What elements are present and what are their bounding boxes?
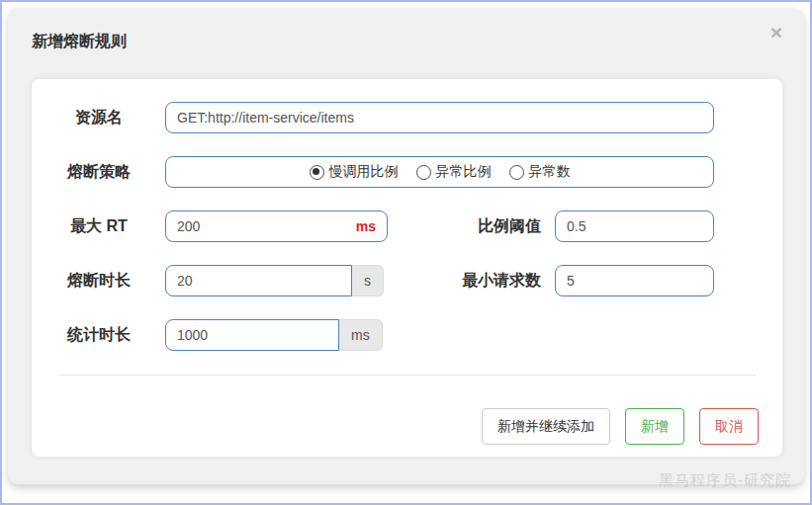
max-rt-row: 最大 RT ms 比例阈值 (32, 210, 782, 242)
strategy-label: 熔断策略 (40, 162, 158, 183)
radio-icon (310, 165, 324, 180)
stat-duration-row: 统计时长 ms (32, 319, 782, 351)
min-requests-input[interactable] (555, 265, 714, 296)
resource-label: 资源名 (40, 108, 158, 128)
strategy-option-2[interactable]: 异常数 (509, 163, 571, 181)
ratio-threshold-input[interactable] (555, 210, 714, 242)
resource-input[interactable] (165, 102, 714, 133)
footer-divider (59, 375, 756, 376)
break-duration-label: 熔断时长 (40, 271, 158, 292)
cancel-button[interactable]: 取消 (699, 408, 759, 445)
strategy-row: 熔断策略 慢调用比例 异常比例 异常数 (32, 156, 782, 188)
strategy-option-label: 异常比例 (436, 163, 492, 181)
close-icon[interactable]: × (770, 22, 782, 42)
strategy-option-1[interactable]: 异常比例 (416, 163, 492, 181)
break-duration-row: 熔断时长 s 最小请求数 (32, 265, 782, 296)
break-duration-unit: s (352, 265, 384, 296)
max-rt-input[interactable] (166, 218, 356, 234)
stat-duration-unit: ms (339, 319, 383, 351)
break-duration-input[interactable] (165, 265, 352, 296)
max-rt-group: ms (165, 210, 388, 242)
min-requests-label: 最小请求数 (388, 271, 541, 292)
add-button[interactable]: 新增 (625, 408, 684, 445)
stat-duration-label: 统计时长 (40, 325, 158, 346)
radio-icon (509, 165, 524, 180)
radio-icon (416, 165, 431, 180)
strategy-option-label: 异常数 (529, 163, 571, 181)
break-duration-group: s (165, 265, 388, 296)
page-background: { "dialog": { "title": "新增熔断规则", "close_… (0, 0, 812, 505)
watermark-text: 黑马程序员-研究院 (659, 471, 791, 490)
add-circuit-breaker-rule-dialog: 新增熔断规则 × 资源名 熔断策略 慢调用比例 异常比例 (8, 8, 804, 484)
stat-duration-input[interactable] (165, 319, 339, 351)
add-and-continue-button[interactable]: 新增并继续添加 (482, 408, 610, 445)
form-card: 资源名 熔断策略 慢调用比例 异常比例 (32, 79, 782, 457)
strategy-radio-group: 慢调用比例 异常比例 异常数 (165, 156, 714, 188)
ratio-threshold-label: 比例阈值 (388, 216, 541, 237)
strategy-option-0[interactable]: 慢调用比例 (310, 163, 399, 181)
footer-buttons: 新增并继续添加 新增 取消 (32, 408, 782, 445)
max-rt-unit: ms (356, 218, 387, 234)
max-rt-label: 最大 RT (40, 216, 158, 237)
stat-duration-group: ms (165, 319, 388, 351)
dialog-title: 新增熔断规则 (32, 32, 127, 52)
strategy-option-label: 慢调用比例 (329, 163, 399, 181)
resource-row: 资源名 (32, 102, 782, 133)
